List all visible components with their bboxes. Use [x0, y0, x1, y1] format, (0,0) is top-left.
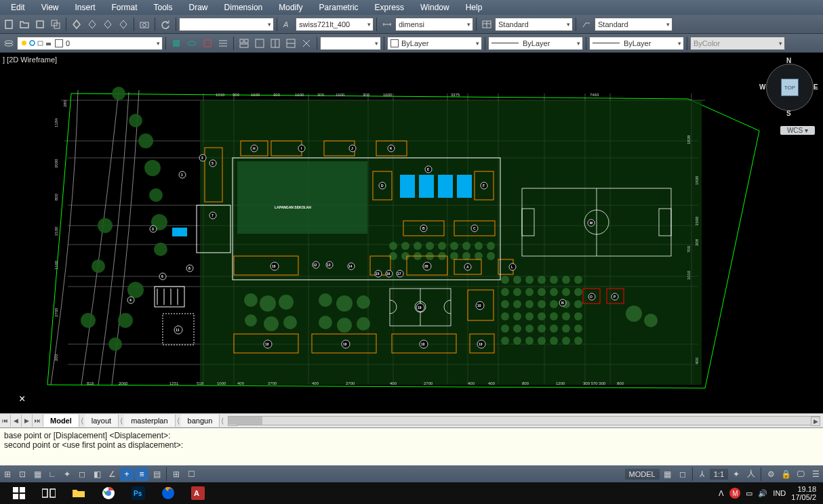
tab-bangun[interactable]: bangun: [181, 415, 220, 427]
tab-nav-next-icon[interactable]: ▶: [22, 415, 33, 427]
menu-icon[interactable]: ☰: [809, 467, 822, 481]
viewport2-icon[interactable]: [252, 36, 267, 51]
box-icon[interactable]: [33, 17, 47, 32]
tray-volume-icon[interactable]: 🔊: [758, 489, 767, 498]
status-grid2-icon[interactable]: ▦: [661, 467, 675, 481]
snap-icon[interactable]: ⊡: [16, 467, 29, 481]
camera-icon[interactable]: [137, 17, 152, 32]
plotcolor-dropdown[interactable]: ByColor: [690, 37, 785, 50]
osnap-icon[interactable]: ◻: [75, 467, 89, 481]
refresh-icon[interactable]: [158, 17, 173, 32]
table-style-icon[interactable]: [479, 17, 494, 32]
close-icon[interactable]: ×: [19, 393, 25, 405]
diamond-icon[interactable]: [69, 17, 84, 32]
autocad-icon[interactable]: A: [187, 482, 209, 504]
table-dropdown[interactable]: Standard: [495, 18, 573, 31]
lineweight-dropdown[interactable]: ByLayer: [589, 37, 684, 50]
viewport-scale-dropdown[interactable]: [320, 37, 381, 50]
chrome-icon[interactable]: [98, 482, 119, 504]
status-annoscale-icon[interactable]: ✦: [729, 467, 743, 481]
layer-match-icon[interactable]: [184, 36, 199, 51]
tab-nav-first-icon[interactable]: ⏮: [0, 415, 11, 427]
mleader-dropdown[interactable]: Standard: [595, 18, 673, 31]
qp-icon[interactable]: ⊞: [169, 467, 183, 481]
3dosnap-icon[interactable]: ◧: [90, 467, 104, 481]
box2-icon[interactable]: [48, 17, 63, 32]
photoshop-icon[interactable]: Ps: [127, 482, 149, 504]
drawing-canvas[interactable]: ] [2D Wireframe] ×: [0, 53, 823, 413]
scroll-thumb[interactable]: [228, 417, 262, 425]
mleader-style-icon[interactable]: [579, 17, 594, 32]
dim-style-icon[interactable]: [380, 17, 395, 32]
horizontal-scrollbar[interactable]: ◀ ▶: [228, 416, 820, 425]
menu-window[interactable]: Window: [412, 1, 458, 14]
annotation-icon[interactable]: ⅄: [696, 467, 709, 481]
otrack-icon[interactable]: ∠: [105, 467, 119, 481]
new-icon[interactable]: [1, 17, 16, 32]
viewport-icon[interactable]: [237, 36, 252, 51]
menu-dimension[interactable]: Dimension: [216, 1, 271, 14]
polar-icon[interactable]: ✦: [60, 467, 74, 481]
diamond2-icon[interactable]: [85, 17, 100, 32]
wcs-badge[interactable]: WCS ▾: [780, 126, 815, 135]
status-annovisibility-icon[interactable]: 人: [744, 467, 758, 481]
linetype-dropdown[interactable]: ByLayer: [488, 37, 583, 50]
monitor-icon[interactable]: 🖵: [794, 467, 807, 481]
diamond4-icon[interactable]: [116, 17, 131, 32]
viewport4-icon[interactable]: [283, 36, 298, 51]
explorer-icon[interactable]: [68, 482, 89, 504]
color-dropdown[interactable]: ByLayer: [387, 37, 482, 50]
tab-nav-prev-icon[interactable]: ◀: [11, 415, 22, 427]
status-box-icon[interactable]: ◻: [676, 467, 689, 481]
layer-prev-icon[interactable]: [169, 36, 184, 51]
tab-layout[interactable]: layout: [85, 415, 119, 427]
infer-icon[interactable]: ⊞: [1, 467, 14, 481]
font-dropdown[interactable]: swiss721lt_400: [296, 18, 374, 31]
text-style-icon[interactable]: A: [280, 17, 295, 32]
viewcube-top[interactable]: TOP: [781, 79, 799, 96]
grid-icon[interactable]: ▦: [31, 467, 44, 481]
layer-dropdown[interactable]: 0: [17, 37, 163, 50]
firefox-icon[interactable]: [157, 482, 179, 504]
tray-network-icon[interactable]: ▭: [746, 489, 752, 498]
diamond3-icon[interactable]: [100, 17, 115, 32]
menu-insert[interactable]: Insert: [66, 1, 103, 14]
ortho-icon[interactable]: ∟: [45, 467, 59, 481]
menu-draw[interactable]: Draw: [181, 1, 216, 14]
tray-clock[interactable]: 19.18 17/05/2: [791, 485, 819, 501]
scroll-right-icon[interactable]: ▶: [811, 417, 820, 426]
tray-m-icon[interactable]: M: [729, 488, 740, 499]
sc-icon[interactable]: ☐: [184, 467, 198, 481]
layer-states-icon[interactable]: [1, 36, 16, 51]
lock-icon[interactable]: 🔒: [779, 467, 792, 481]
layer-iso-icon[interactable]: [200, 36, 215, 51]
task-view-icon[interactable]: [38, 482, 60, 504]
menu-help[interactable]: Help: [458, 1, 491, 14]
menu-express[interactable]: Express: [367, 1, 412, 14]
menu-parametric[interactable]: Parametric: [311, 1, 367, 14]
lwt-icon[interactable]: ≡: [135, 467, 148, 481]
gear-icon[interactable]: ⚙: [764, 467, 778, 481]
tab-model[interactable]: Model: [43, 415, 79, 427]
tab-nav-last-icon[interactable]: ⏭: [33, 415, 43, 427]
command-line[interactable]: base point or [Displacement] <Displaceme…: [0, 427, 823, 465]
style-dropdown-1[interactable]: [179, 18, 274, 31]
windows-start-icon[interactable]: [8, 482, 30, 504]
dim-dropdown[interactable]: dimensi: [395, 18, 473, 31]
tray-lang[interactable]: IND: [773, 489, 786, 497]
menu-edit[interactable]: Edit: [3, 1, 33, 14]
open-icon[interactable]: [17, 17, 32, 32]
menu-format[interactable]: Format: [104, 1, 146, 14]
tray-chevron-up-icon[interactable]: ᐱ: [719, 489, 724, 498]
viewport3-icon[interactable]: [268, 36, 283, 51]
dyn-icon[interactable]: +: [120, 467, 134, 481]
annotation-scale[interactable]: 1:1: [710, 469, 728, 480]
model-indicator[interactable]: MODEL: [625, 469, 660, 480]
tpy-icon[interactable]: ▤: [150, 467, 163, 481]
menu-modify[interactable]: Modify: [270, 1, 310, 14]
viewport5-icon[interactable]: [299, 36, 314, 51]
tab-masterplan[interactable]: masterplan: [124, 415, 175, 427]
menu-tools[interactable]: Tools: [146, 1, 181, 14]
menu-view[interactable]: View: [33, 1, 67, 14]
layer-mgr-icon[interactable]: [216, 36, 230, 51]
